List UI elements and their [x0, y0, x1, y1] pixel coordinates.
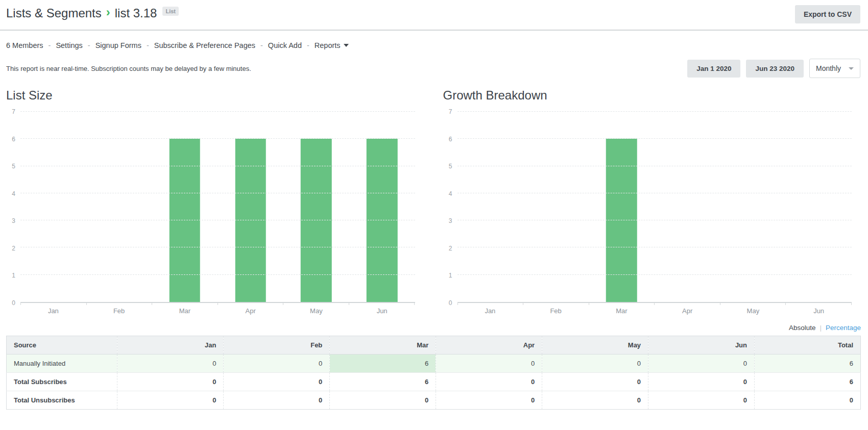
bar-slot-jan [457, 112, 523, 302]
gridline [457, 193, 852, 193]
list-nav: 6 Members-Settings-Signup Forms-Subscrib… [0, 31, 868, 49]
growth-breakdown-chart: Growth Breakdown 01234567 JanFebMarAprMa… [443, 88, 852, 315]
bar-series [20, 112, 415, 302]
export-to-csv-button[interactable]: Export to CSV [795, 5, 860, 23]
x-tick [655, 303, 720, 305]
table-row: Manually Initiated0060006 [7, 355, 861, 373]
plot-area [457, 112, 852, 303]
value-cell: 0 [224, 391, 330, 410]
column-header-feb: Feb [224, 336, 330, 355]
bar-slot-mar [589, 112, 655, 302]
value-cell: 0 [436, 355, 542, 373]
start-date-button[interactable]: Jan 1 2020 [687, 60, 740, 78]
x-tick [589, 303, 655, 305]
breadcrumb-lists-segments-link[interactable]: Lists & Segments [6, 6, 102, 20]
value-cell: 0 [117, 391, 224, 410]
page-title: list 3.18 [115, 6, 157, 20]
y-tick-label: 2 [449, 245, 452, 252]
page-header: Lists & Segments › list 3.18 List Export… [0, 0, 868, 31]
x-tick [349, 303, 415, 305]
interval-select[interactable]: Monthly [809, 59, 860, 78]
value-cell: 6 [330, 373, 436, 391]
toggle-divider: | [819, 324, 822, 332]
chart-title: List Size [6, 88, 415, 103]
nav-item-subscribe-preference-pages[interactable]: Subscribe & Preference Pages [154, 41, 255, 49]
x-tick [21, 303, 87, 305]
breadcrumb: Lists & Segments › list 3.18 List [6, 5, 179, 20]
nav-item-6-members[interactable]: 6 Members [6, 41, 43, 49]
x-axis-ticks [20, 303, 415, 305]
interval-select-value: Monthly [816, 64, 841, 72]
column-header-total: Total [755, 336, 861, 355]
gridline [457, 138, 852, 139]
x-tick [218, 303, 284, 305]
value-cell: 0 [436, 391, 542, 410]
nav-item-quick-add[interactable]: Quick Add [268, 41, 302, 49]
bar-slot-feb [523, 112, 589, 302]
bar-slot-jun [786, 112, 852, 302]
y-tick-label: 0 [449, 299, 452, 307]
gridline [457, 111, 852, 112]
y-tick-label: 1 [12, 272, 15, 279]
bar-series [457, 112, 852, 302]
y-tick-label: 0 [12, 299, 15, 307]
bar-slot-may [720, 112, 786, 302]
bar-slot-apr [655, 112, 720, 302]
y-tick-label: 3 [449, 217, 452, 224]
y-tick-label: 5 [12, 163, 15, 170]
x-tick-label: Apr [655, 307, 720, 315]
y-axis: 01234567 [443, 112, 457, 303]
nav-item-reports[interactable]: Reports [315, 41, 349, 49]
nav-item-settings[interactable]: Settings [56, 41, 82, 49]
plot-area [20, 112, 415, 303]
source-table: SourceJanFebMarAprMayJunTotal Manually I… [6, 336, 861, 410]
x-tick [786, 303, 852, 305]
column-header-may: May [542, 336, 648, 355]
table-row: Total Unsubscribes0000000 [7, 391, 861, 410]
x-axis-labels: JanFebMarAprMayJun [457, 307, 852, 315]
bar-slot-jan [20, 112, 86, 302]
source-cell: Total Unsubscribes [7, 391, 117, 410]
x-tick-label: Apr [218, 307, 283, 315]
gridline [457, 166, 852, 166]
gridline [20, 193, 415, 193]
y-tick-label: 2 [12, 245, 15, 252]
x-axis-ticks [457, 303, 852, 305]
value-cell: 6 [330, 355, 436, 373]
column-header-mar: Mar [330, 336, 436, 355]
list-type-badge: List [162, 7, 179, 16]
value-cell: 0 [542, 373, 648, 391]
column-header-jun: Jun [648, 336, 755, 355]
list-size-chart: List Size 01234567 JanFebMarAprMayJun [6, 88, 415, 315]
x-tick-label: Jun [349, 307, 415, 315]
y-tick-label: 4 [12, 190, 15, 197]
y-tick-label: 5 [449, 163, 452, 170]
x-tick [523, 303, 589, 305]
nav-separator: - [88, 41, 90, 49]
nav-item-signup-forms[interactable]: Signup Forms [95, 41, 141, 49]
value-cell: 0 [117, 355, 224, 373]
gridline [457, 274, 852, 275]
nav-item-label: Signup Forms [95, 41, 141, 49]
nav-separator: - [260, 41, 263, 49]
chart-title: Growth Breakdown [443, 88, 852, 103]
y-tick-label: 1 [449, 272, 452, 279]
value-cell: 0 [224, 373, 330, 391]
value-cell: 6 [755, 373, 861, 391]
gridline [457, 247, 852, 247]
y-tick-label: 6 [449, 136, 452, 143]
chevron-right-icon: › [106, 6, 110, 18]
x-tick-label: Jan [20, 307, 86, 315]
value-cell: 0 [224, 355, 330, 373]
x-tick-label: May [283, 307, 349, 315]
end-date-button[interactable]: Jun 23 2020 [746, 60, 804, 78]
date-range-controls: Jan 1 2020 Jun 23 2020 Monthly [687, 59, 860, 78]
nav-item-label: Quick Add [268, 41, 302, 49]
absolute-toggle[interactable]: Absolute [789, 324, 816, 332]
percentage-toggle[interactable]: Percentage [826, 324, 861, 332]
column-header-apr: Apr [436, 336, 542, 355]
x-tick [283, 303, 349, 305]
y-tick-label: 7 [12, 108, 15, 115]
bar-slot-mar [152, 112, 218, 302]
x-tick-label: Jun [786, 307, 852, 315]
